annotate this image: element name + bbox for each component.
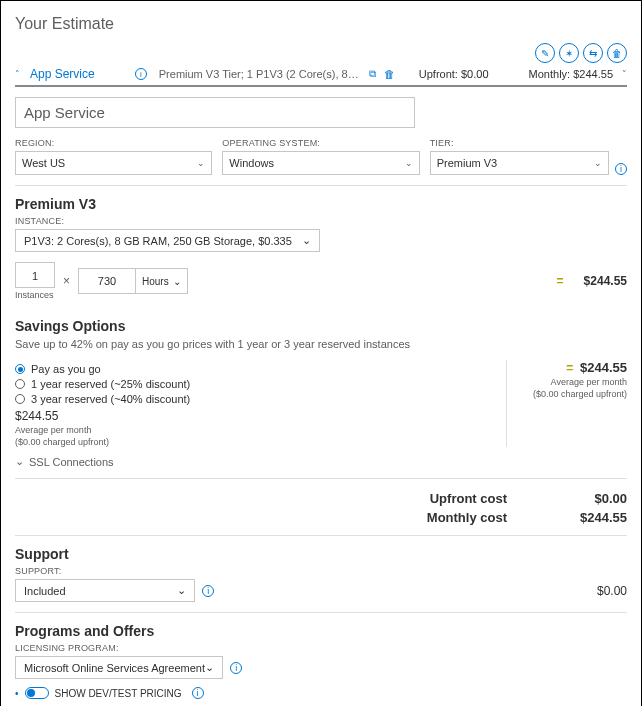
- tier-select[interactable]: Premium V3⌄: [430, 151, 609, 175]
- savings-upfront-note-right: ($0.00 charged upfront): [517, 389, 627, 399]
- chevron-up-icon: ˄: [15, 69, 20, 79]
- instance-select[interactable]: P1V3: 2 Cores(s), 8 GB RAM, 250 GB Stora…: [15, 229, 320, 252]
- service-title-input[interactable]: App Service: [15, 97, 415, 128]
- devtest-label: SHOW DEV/TEST PRICING: [55, 688, 182, 699]
- radio-payg[interactable]: Pay as you go: [15, 363, 496, 375]
- savings-left-price: $244.55: [15, 409, 496, 423]
- duration-input[interactable]: 730 Hours⌄: [78, 268, 188, 294]
- os-label: Operating System:: [222, 138, 419, 148]
- support-label: Support:: [15, 566, 627, 576]
- info-icon[interactable]: i: [615, 163, 627, 175]
- devtest-toggle[interactable]: [25, 687, 49, 699]
- service-summary-row[interactable]: ˄ App Service i Premium V3 Tier; 1 P1V3 …: [15, 67, 627, 87]
- savings-upfront-note: ($0.00 charged upfront): [15, 437, 496, 447]
- chevron-down-icon: ⌄: [177, 584, 186, 597]
- info-icon[interactable]: i: [202, 585, 214, 597]
- chevron-down-icon: ⌄: [405, 158, 413, 168]
- support-select[interactable]: Included⌄: [15, 579, 195, 602]
- savings-right-price: $244.55: [580, 360, 627, 375]
- savings-avg-label: Average per month: [15, 425, 496, 435]
- page-title: Your Estimate: [15, 11, 627, 43]
- chevron-down-icon[interactable]: ˅: [622, 69, 627, 79]
- equals-icon: =: [557, 274, 564, 288]
- share-icon[interactable]: ⇆: [583, 43, 603, 63]
- equals-icon: =: [566, 361, 573, 375]
- programs-title: Programs and Offers: [15, 623, 627, 639]
- savings-desc: Save up to 42% on pay as you go prices w…: [15, 338, 627, 350]
- info-icon[interactable]: i: [135, 68, 147, 80]
- monthly-summary: Monthly: $244.55: [529, 68, 613, 80]
- instance-label: Instance:: [15, 216, 627, 226]
- radio-1yr[interactable]: 1 year reserved (~25% discount): [15, 378, 496, 390]
- chevron-down-icon: ⌄: [173, 276, 181, 287]
- ssl-expand[interactable]: ⌄SSL Connections: [15, 455, 627, 468]
- delete-icon[interactable]: 🗑: [607, 43, 627, 63]
- info-icon[interactable]: i: [230, 662, 242, 674]
- service-name: App Service: [30, 67, 95, 81]
- radio-3yr[interactable]: 3 year reserved (~40% discount): [15, 393, 496, 405]
- licensing-select[interactable]: Microsoft Online Services Agreement⌄: [15, 656, 223, 679]
- savings-title: Savings Options: [15, 318, 627, 334]
- region-label: Region:: [15, 138, 212, 148]
- multiply-icon: ×: [63, 274, 70, 288]
- instance-count-label: Instances: [15, 290, 55, 300]
- chevron-down-icon: ⌄: [594, 158, 602, 168]
- chevron-down-icon: ⌄: [15, 455, 24, 468]
- chevron-down-icon: ⌄: [197, 158, 205, 168]
- upfront-cost-value: $0.00: [567, 491, 627, 506]
- instance-count-input[interactable]: 1: [15, 262, 55, 288]
- calc-price: $244.55: [584, 274, 627, 288]
- edit-icon[interactable]: ✎: [535, 43, 555, 63]
- licensing-label: Licensing Program:: [15, 643, 627, 653]
- chevron-down-icon: ⌄: [302, 234, 311, 247]
- os-select[interactable]: Windows⌄: [222, 151, 419, 175]
- monthly-cost-label: Monthly cost: [427, 510, 507, 525]
- collapse-icon[interactable]: ✶: [559, 43, 579, 63]
- info-icon[interactable]: i: [192, 687, 204, 699]
- upfront-summary: Upfront: $0.00: [419, 68, 489, 80]
- monthly-cost-value: $244.55: [567, 510, 627, 525]
- clone-icon[interactable]: ⧉: [369, 68, 376, 80]
- support-price: $0.00: [597, 584, 627, 598]
- plan-name: Premium V3: [15, 196, 627, 212]
- support-title: Support: [15, 546, 627, 562]
- tier-label: Tier:: [430, 138, 609, 148]
- savings-avg-label-right: Average per month: [517, 377, 627, 387]
- region-select[interactable]: West US⌄: [15, 151, 212, 175]
- service-desc: Premium V3 Tier; 1 P1V3 (2 Core(s), 8 GB…: [159, 68, 359, 80]
- upfront-cost-label: Upfront cost: [430, 491, 507, 506]
- chevron-down-icon: ⌄: [205, 661, 214, 674]
- trash-icon[interactable]: 🗑: [384, 68, 395, 80]
